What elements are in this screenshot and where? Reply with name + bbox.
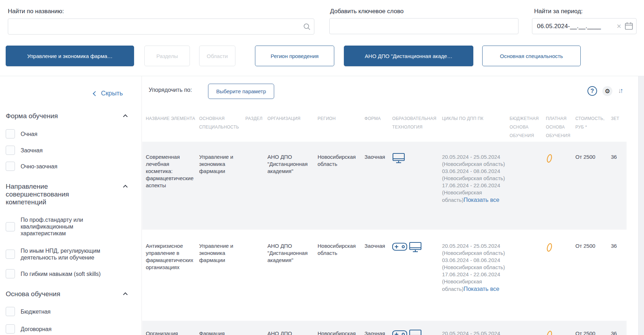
course-region: Новосибирская область	[318, 153, 364, 230]
course-search-page: Найти по названию: Добавить ключевое сло…	[0, 0, 644, 335]
checkbox[interactable]	[6, 307, 15, 316]
keyword-input[interactable]	[329, 18, 518, 34]
col-header-organization: ОРГАНИЗАЦИЯ	[267, 114, 318, 140]
collapse-section-form-icon[interactable]	[123, 114, 128, 119]
paid-basis	[546, 330, 575, 335]
course-zet: 36	[611, 242, 623, 321]
filter-option-prof-standard[interactable]: По проф.стандарту или квалификационным х…	[6, 216, 123, 237]
sort-by-label: Упорядочить по:	[149, 87, 192, 93]
budget-basis	[510, 330, 546, 335]
filters-sidebar: Скрыть Форма обучения Очная Заочная Очно…	[0, 76, 142, 335]
filter-sections-button[interactable]: Разделы	[144, 46, 190, 66]
results-table-body: Современная лечебная косметика: фармацев…	[142, 142, 627, 335]
col-header-specialty: ОСНОВНАЯ СПЕЦИАЛЬНОСТЬ	[199, 114, 245, 140]
search-icon[interactable]	[303, 23, 311, 32]
course-form: Заочная	[364, 330, 392, 335]
filter-option-ochnaya[interactable]: Очная	[6, 129, 123, 138]
paid-basis	[546, 153, 575, 230]
course-cycles: 20.05.2024 - 25.05.2024 (Новосибирская о…	[442, 242, 510, 321]
edu-tech-icons	[392, 242, 442, 321]
show-all-link[interactable]: Показать все	[464, 286, 500, 292]
vertical-scrollbar[interactable]	[638, 76, 644, 335]
course-specialty: Управление и экономика фармации	[199, 242, 245, 321]
checkbox-label: Договорная	[21, 326, 52, 333]
checkbox[interactable]	[6, 162, 15, 171]
course-section	[245, 330, 267, 335]
course-section	[245, 153, 267, 230]
checkbox[interactable]	[6, 129, 15, 138]
filter-organization-chip[interactable]: АНО ДПО "Дистанционная акаде…	[344, 46, 473, 66]
filter-option-zaochnaya[interactable]: Заочная	[6, 146, 123, 155]
col-header-cost: СТОИМОСТЬ, РУБ *	[575, 114, 611, 140]
course-organization: АНО ДПО	[267, 330, 318, 335]
monitor-icon	[392, 153, 405, 163]
clear-date-icon[interactable]: ×	[614, 22, 624, 30]
show-all-link[interactable]: Показать все	[464, 197, 500, 203]
filter-region-button[interactable]: Регион проведения	[255, 46, 334, 66]
course-specialty: Управление и экономика фармации	[199, 153, 245, 230]
search-input[interactable]	[8, 19, 314, 35]
table-row[interactable]: Современная лечебная косметика: фармацев…	[142, 142, 627, 230]
coin-icon	[546, 153, 553, 163]
filter-option-soft-skills[interactable]: По гибким навыкам (soft skills)	[6, 269, 123, 278]
period-date-field[interactable]: 06.05.2024-__.__.____ ×	[532, 18, 637, 34]
table-header-row: НАЗВАНИЕ ЭЛЕМЕНТА ОСНОВНАЯ СПЕЦИАЛЬНОСТЬ…	[146, 114, 627, 140]
monitor-icon	[409, 329, 422, 335]
checkbox[interactable]	[6, 324, 15, 334]
search-by-name-label: Найти по названию:	[8, 8, 64, 15]
checkbox-label: По иным НПД, регулирующим деятельность и…	[21, 247, 110, 261]
keyword-label: Добавить ключевое слово	[330, 8, 404, 15]
course-region: Новосибирская область	[318, 242, 364, 321]
filter-specialty-chip[interactable]: Управление и экономика фарма…	[6, 46, 134, 66]
chevron-left-icon	[93, 91, 98, 96]
col-header-form: ФОРМА	[364, 114, 392, 140]
gamepad-icon	[392, 242, 407, 252]
table-row[interactable]: Антикризисное управление в фармацевтичес…	[142, 230, 627, 321]
period-date-value[interactable]: 06.05.2024-__.__.____	[532, 23, 614, 30]
sort-parameter-button[interactable]: Выберите параметр	[208, 84, 274, 99]
course-zet: 36	[611, 330, 623, 335]
help-icon[interactable]: ?	[587, 86, 597, 96]
results-panel: Упорядочить по: Выберите параметр ? ⚙ ↓↑…	[142, 76, 638, 335]
filter-main-specialty-button[interactable]: Основная специальность	[482, 46, 581, 66]
checkbox-label: Очно-заочная	[21, 163, 57, 170]
course-title[interactable]: Современная лечебная косметика: фармацев…	[146, 153, 199, 230]
edu-tech-icons	[392, 329, 442, 335]
sort-direction-icon[interactable]: ↓↑	[618, 87, 623, 95]
course-title[interactable]: Организация	[146, 330, 199, 335]
filter-option-contract[interactable]: Договорная	[6, 324, 123, 334]
hide-sidebar-button[interactable]: Скрыть	[94, 90, 123, 97]
checkbox[interactable]	[6, 146, 15, 155]
coin-icon	[546, 330, 553, 335]
budget-basis	[510, 153, 546, 230]
course-form: Заочная	[364, 242, 392, 321]
edu-tech-icons	[392, 153, 442, 230]
col-header-region: РЕГИОН	[318, 114, 364, 140]
checkbox-label: По проф.стандарту или квалификационным х…	[21, 216, 104, 237]
checkbox[interactable]	[6, 250, 15, 259]
filter-option-other-npd[interactable]: По иным НПД, регулирующим деятельность и…	[6, 247, 123, 261]
filter-areas-button[interactable]: Области	[199, 46, 235, 66]
calendar-icon[interactable]	[624, 21, 634, 31]
filter-option-ochno-zaochnaya[interactable]: Очно-заочная	[6, 162, 123, 171]
paid-basis	[546, 242, 575, 321]
collapse-section-basis-icon[interactable]	[123, 292, 128, 297]
monitor-icon	[409, 242, 422, 252]
col-header-zet: ЗЕТ	[611, 114, 623, 140]
course-form: Заочная	[364, 153, 392, 230]
checkbox-label: По гибким навыкам (soft skills)	[21, 271, 101, 277]
collapse-section-competency-icon[interactable]	[123, 185, 128, 189]
col-header-edu-tech: ОБРАЗОВАТЕЛЬНАЯ ТЕХНОЛОГИЯ	[392, 114, 442, 140]
course-region: Новосибирская	[318, 330, 364, 335]
table-row[interactable]: Организация Фармация АНО ДПО Новосибирск…	[142, 321, 627, 335]
checkbox[interactable]	[6, 269, 15, 278]
checkbox[interactable]	[6, 222, 15, 231]
filter-option-budget[interactable]: Бюджетная	[6, 307, 123, 316]
section-title-competency: Направление совершенствования компетенци…	[6, 183, 91, 206]
course-title[interactable]: Антикризисное управление в фармацевтичес…	[146, 242, 199, 321]
gear-icon[interactable]: ⚙	[602, 86, 612, 96]
course-cost: От 2500	[575, 242, 611, 321]
section-title-form: Форма обучения	[6, 112, 98, 120]
course-zet: 36	[611, 153, 623, 230]
col-header-name: НАЗВАНИЕ ЭЛЕМЕНТА	[146, 114, 199, 140]
